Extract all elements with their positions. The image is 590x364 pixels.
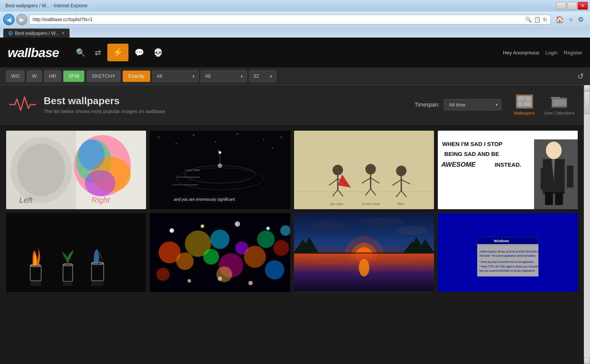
wallpaper-item-1[interactable]: Left Right: [6, 131, 146, 209]
svg-point-13: [17, 144, 66, 196]
svg-rect-84: [30, 281, 41, 286]
wallpaper-item-3[interactable]: got cape knows cape flies: [294, 131, 434, 209]
timespan-select[interactable]: All time Today This week This month This…: [444, 99, 501, 110]
svg-rect-40: [294, 131, 434, 209]
category2-wrapper: All ▼: [201, 71, 247, 82]
scroll-up-arrow[interactable]: ▲: [584, 85, 590, 91]
refresh-browser-icon[interactable]: ↻: [543, 16, 547, 23]
home-icon[interactable]: 🏠: [555, 15, 564, 24]
svg-point-96: [257, 231, 275, 248]
svg-rect-77: [6, 213, 146, 292]
title-bar: Best wallpapers / W... - Internet Explor…: [0, 0, 590, 11]
wg-filter-btn[interactable]: WG: [6, 71, 25, 82]
close-button[interactable]: ✕: [578, 2, 588, 10]
w-filter-btn[interactable]: W: [27, 71, 41, 82]
svg-point-22: [158, 137, 159, 138]
svg-text:flies: flies: [398, 202, 404, 206]
wallpaper-img-3: got cape knows cape flies: [294, 131, 434, 209]
svg-point-100: [201, 225, 204, 228]
back-button[interactable]: ◀: [3, 14, 15, 25]
wallpaper-item-7[interactable]: [294, 213, 434, 292]
svg-point-95: [244, 246, 266, 268]
scrollbar-right: ▲ ▼: [584, 85, 590, 364]
category2-select[interactable]: All: [201, 71, 247, 82]
svg-point-66: [546, 142, 562, 159]
page-header-section: Best wallpapers The list below shows mos…: [0, 85, 584, 125]
wallpaper-item-5[interactable]: [6, 213, 146, 292]
svg-text:AWESOME: AWESOME: [441, 161, 476, 168]
svg-point-112: [397, 226, 427, 235]
svg-text:Left: Left: [19, 195, 33, 204]
svg-rect-9: [552, 99, 566, 106]
svg-text:Press any key to continue: Press any key to continue: [489, 277, 517, 280]
svg-point-111: [360, 218, 403, 226]
chat-nav-icon[interactable]: 💬: [131, 45, 147, 60]
scroll-thumb[interactable]: [584, 91, 590, 114]
tab-favicon: 🌐: [8, 31, 13, 35]
tab-title: Best wallpapers / W...: [15, 31, 59, 36]
search-nav-icon[interactable]: 🔍: [73, 45, 89, 60]
logo[interactable]: wallbase: [8, 45, 59, 60]
svg-text:got cape: got cape: [330, 202, 343, 206]
exactly-filter-btn[interactable]: Exactly: [123, 71, 150, 82]
svg-point-97: [265, 261, 284, 280]
wallpaper-img-4: WHEN I'M SAD I STOP BEING SAD AND BE AWE…: [438, 131, 578, 209]
svg-text:1: 1: [218, 149, 220, 152]
svg-point-28: [281, 137, 282, 138]
wallpaper-item-4[interactable]: WHEN I'M SAD I STOP BEING SAD AND BE AWE…: [438, 131, 578, 209]
wallpaper-img-8: Windows A fatal exception 0E has occurre…: [438, 213, 578, 292]
svg-rect-3: [525, 96, 531, 101]
shuffle-nav-icon[interactable]: ⇄: [92, 45, 104, 60]
hr-filter-btn[interactable]: HR: [44, 71, 61, 82]
search-icon[interactable]: 🔍: [525, 16, 532, 23]
sketchy-filter-btn[interactable]: SKETCHY: [87, 71, 120, 82]
login-link[interactable]: Login: [546, 50, 558, 56]
svg-point-110: [311, 221, 346, 231]
skull-nav-icon[interactable]: 💀: [150, 45, 166, 60]
wallpaper-img-7: [294, 213, 434, 292]
collections-view-label: User Collections: [544, 111, 575, 115]
tab-close-icon[interactable]: ✕: [61, 31, 65, 36]
wallpaper-item-6[interactable]: [150, 213, 290, 292]
content-with-scrollbar: Best wallpapers The list below shows mos…: [0, 85, 590, 364]
register-link[interactable]: Register: [564, 50, 582, 56]
count-select[interactable]: 32: [249, 71, 276, 82]
scroll-track: [584, 91, 590, 358]
user-collections-view-btn[interactable]: User Collections: [544, 94, 575, 115]
wallpapers-view-btn[interactable]: Wallpapers: [514, 94, 535, 115]
refresh-button[interactable]: ↺: [577, 72, 584, 81]
forward-button[interactable]: ▶: [16, 14, 28, 25]
minimize-button[interactable]: —: [556, 2, 566, 10]
svg-point-99: [170, 228, 174, 233]
svg-text:Right: Right: [92, 195, 110, 204]
page-title-area: Best wallpapers The list below shows mos…: [44, 95, 165, 114]
svg-rect-85: [63, 281, 72, 286]
svg-point-89: [176, 253, 194, 270]
scroll-down-arrow[interactable]: ▼: [584, 358, 590, 364]
svg-point-24: [193, 134, 194, 135]
svg-point-105: [248, 281, 253, 285]
wallpapers-view-label: Wallpapers: [514, 111, 535, 115]
svg-text:1 out of 7 billion: 1 out of 7 billion: [185, 169, 201, 171]
tabs-bar: 🌐 Best wallpapers / W... ✕: [0, 28, 590, 38]
page-title: Best wallpapers: [44, 95, 165, 107]
wallpaper-item-8[interactable]: Windows A fatal exception 0E has occurre…: [438, 213, 578, 292]
sfw-filter-btn[interactable]: SFW: [63, 71, 84, 82]
svg-point-42: [332, 165, 343, 175]
wallpaper-img-6: [150, 213, 290, 292]
tools-icon[interactable]: ⚙: [578, 15, 584, 24]
svg-text:BEING SAD AND BE: BEING SAD AND BE: [444, 151, 499, 157]
compat-icon[interactable]: 📋: [534, 16, 541, 23]
svg-text:and you are enormously signifi: and you are enormously significant: [174, 197, 235, 202]
active-tab[interactable]: 🌐 Best wallpapers / W... ✕: [3, 28, 70, 38]
svg-text:knows cape: knows cape: [362, 202, 380, 206]
new-nav-icon[interactable]: ⚡: [107, 44, 128, 61]
page-subtitle: The list below shows most popular images…: [44, 108, 165, 114]
category1-select[interactable]: All: [153, 71, 199, 82]
svg-text:1 out of 100 billion galaxies: 1 out of 100 billion galaxies: [172, 184, 198, 186]
address-bar[interactable]: http://wallbase.cc/toplist?ts=1 🔍 📋 ↻: [29, 15, 551, 25]
svg-text:INSTEAD.: INSTEAD.: [495, 162, 521, 168]
maximize-button[interactable]: □: [567, 2, 577, 10]
wallpaper-item-2[interactable]: 1 1 out of 7 billion 1 out of 100 starsy…: [150, 131, 290, 209]
favorites-icon[interactable]: ★: [568, 15, 574, 24]
